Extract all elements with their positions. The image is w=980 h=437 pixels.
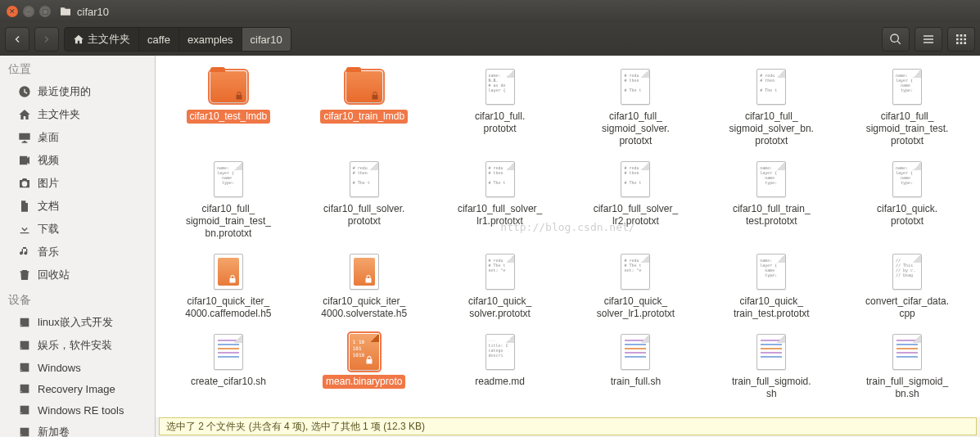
file-item[interactable] [162,411,295,417]
file-item[interactable]: name: N.B. # as de layer {cifar10_full. … [434,65,567,150]
window-maximize-button[interactable]: ▢ [39,6,51,17]
folder-icon [345,67,384,106]
file-item[interactable]: train_full_sigmoid. sh [705,331,838,403]
file-name-label: cifar10_quick_iter_ 4000.caffemodel.h5 [182,295,274,321]
file-name-label: mean.binaryproto [323,375,405,389]
sidebar-item[interactable]: 回收站 [0,264,155,286]
folder-icon [59,5,72,18]
file-name-label: cifar10_full. prototxt [472,110,528,136]
home-icon [18,108,31,121]
search-button[interactable] [882,27,910,52]
doc-icon: # redu # then # The t [616,67,655,106]
hdd-icon [18,403,31,417]
hdd-icon [18,361,31,374]
file-item[interactable]: cifar10_train_lmdb [298,65,431,150]
sidebar-item[interactable]: linux嵌入式开发 [0,311,155,334]
sidebar-item-label: 音乐 [38,245,59,259]
breadcrumb-item[interactable]: examples [179,28,242,51]
breadcrumb-item[interactable]: caffe [139,28,179,51]
file-item[interactable]: name: layer { name type:cifar10_full_tra… [705,158,838,242]
sidebar-item[interactable]: 下载 [0,218,155,241]
camera-icon [18,177,31,190]
file-item[interactable]: // // This // by c. // Usagconvert_cifar… [841,250,973,322]
sidebar-item[interactable]: 新加卷 [0,421,155,437]
file-name-label: cifar10_full_ sigmoid_solver. prototxt [598,110,673,148]
sidebar-item[interactable]: 最近使用的 [0,80,155,103]
file-item[interactable]: # redu # The t net: "ecifar10_quick_ sol… [569,250,702,322]
sidebar-item[interactable]: Windows [0,357,155,378]
file-item[interactable]: --- title: C catego descrireadme.md [434,331,567,403]
doc-icon: --- title: C catego descri [481,332,520,372]
forward-button[interactable] [34,27,59,52]
file-item[interactable]: name: layer { name type:cifar10_full_ si… [162,158,295,242]
doc-icon: name: layer { name type: [887,160,927,199]
window-minimize-button[interactable]: − [23,6,34,17]
file-item[interactable]: name: layer { name type:cifar10_quick. p… [841,158,973,242]
view-list-button[interactable] [915,27,942,52]
title-bar: ✕ − ▢ cifar10 [0,0,980,23]
breadcrumb-item[interactable]: cifar10 [242,28,291,51]
folder-icon [209,67,248,106]
file-item[interactable]: # redu # then # The tcifar10_full_solver… [569,158,702,242]
file-item[interactable]: # redu # then # The tcifar10_full_solver… [298,158,431,242]
window-title: cifar10 [77,6,109,18]
file-item[interactable]: name: layer { name type:cifar10_quick_ t… [705,250,838,322]
file-item[interactable]: # redu # then # The tcifar10_full_ sigmo… [705,65,838,150]
sidebar-item[interactable]: 文档 [0,195,155,218]
file-name-label: train_full_sigmoid_ bn.sh [863,375,951,401]
file-name-label: cifar10_full_ sigmoid_solver_bn. prototx… [726,110,817,148]
file-name-label: cifar10_quick_ solver_lr1.prototxt [594,295,678,321]
sidebar-item[interactable]: 娱乐，软件安装 [0,334,155,357]
sidebar-item-label: Recovery Image [38,383,115,395]
clock-icon [18,85,31,98]
sidebar-item[interactable]: Windows RE tools [0,399,155,421]
breadcrumb-item[interactable]: 主文件夹 [65,28,139,51]
file-name-label: cifar10_test_lmdb [187,110,271,124]
hdd-icon [18,426,31,437]
file-item[interactable]: train_full.sh [569,331,702,403]
sidebar-item[interactable]: Recovery Image [0,378,155,399]
doc-icon: // // This // by c. // Usag [887,252,927,291]
video-icon [18,154,31,167]
file-item[interactable]: train_full_sigmoid_ bn.sh [841,331,973,403]
doc-icon: # redu # then # The t [345,160,384,199]
doc-icon: # redu # then # The t [616,160,655,199]
model-icon [345,252,384,291]
script-icon [752,332,791,372]
doc-icon: name: layer { name type: [752,160,791,199]
sidebar-item[interactable]: 视频 [0,149,155,172]
sidebar-item[interactable]: 图片 [0,172,155,195]
status-bar: 选中了 2 个文件夹 (共含有 4 项), 选中了其他 1 项 (12.3 KB… [159,417,977,435]
file-item[interactable]: # redu # The t net: "ecifar10_quick_ sol… [434,250,567,322]
view-grid-button[interactable] [947,27,975,52]
download-icon [18,223,31,236]
file-item[interactable]: # redu # then # The tcifar10_full_ sigmo… [569,65,702,150]
file-item[interactable]: # redu # then # The tcifar10_full_solver… [434,158,567,242]
file-item[interactable]: cifar10_quick_iter_ 4000.solverstate.h5 [298,250,431,322]
document-icon [18,200,31,213]
sidebar-item[interactable]: 桌面 [0,126,155,149]
sidebar-item[interactable]: 音乐 [0,241,155,264]
model-icon [209,252,248,291]
file-item[interactable]: cifar10_quick_iter_ 4000.caffemodel.h5 [162,250,295,322]
sidebar-devices-header: 设备 [0,286,155,311]
file-item[interactable]: cifar10_test_lmdb [162,65,295,150]
file-name-label: cifar10_train_lmdb [320,110,408,124]
sidebar-item-label: 视频 [38,153,59,168]
file-item[interactable]: 1 10 101 1010mean.binaryproto [298,331,431,403]
file-name-label: cifar10_quick_ solver.prototxt [465,295,535,321]
music-icon [18,246,31,259]
hdd-icon [18,316,31,329]
file-name-label: train_full_sigmoid. sh [729,375,815,401]
window-close-button[interactable]: ✕ [7,6,18,17]
script-icon [887,332,927,372]
sidebar-item-label: 回收站 [38,268,70,282]
back-button[interactable] [5,27,29,52]
trash-icon [18,268,31,282]
sidebar-item-label: Windows RE tools [38,404,124,417]
doc-icon: name: layer { name type: [752,252,791,291]
doc-icon: # redu # The t net: "e [616,252,655,291]
file-item[interactable]: create_cifar10.sh [162,331,295,403]
sidebar-item[interactable]: 主文件夹 [0,103,155,126]
file-item[interactable]: name: layer { name type:cifar10_full_ si… [841,65,973,150]
